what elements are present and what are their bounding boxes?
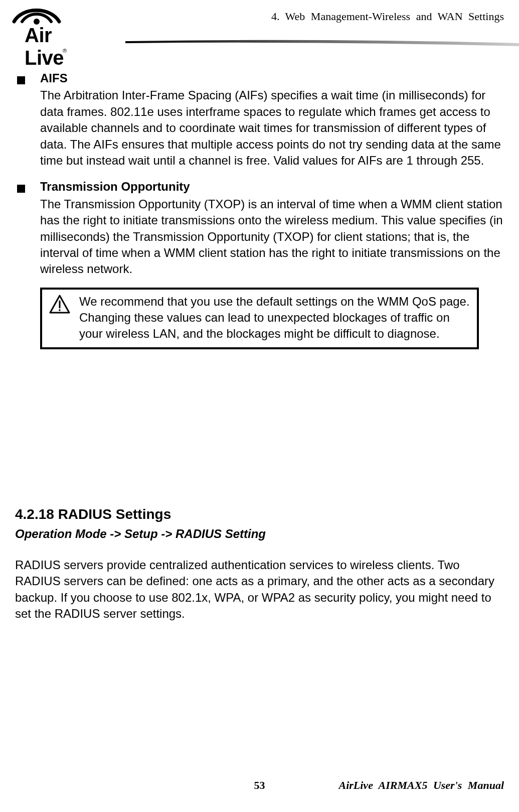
- warning-icon: [49, 294, 79, 342]
- page-number: 53: [254, 779, 265, 792]
- section-heading: 4.2.18 RADIUS Settings: [15, 505, 504, 524]
- warning-text: We recommend that you use the default se…: [79, 294, 470, 342]
- bullet-item-aifs: AIFS The Arbitration Inter-Frame Spacing…: [15, 70, 504, 169]
- chapter-title: 4. Web Management-Wireless and WAN Setti…: [271, 10, 504, 23]
- bullet-item-txop: Transmission Opportunity The Transmissio…: [15, 179, 504, 277]
- header-divider: [125, 39, 519, 49]
- page-content: AIFS The Arbitration Inter-Frame Spacing…: [0, 55, 519, 622]
- breadcrumb: Operation Mode -> Setup -> RADIUS Settin…: [15, 526, 504, 542]
- manual-title: AirLive AIRMAX5 User's Manual: [338, 779, 504, 792]
- bullet-marker-icon: [15, 179, 40, 277]
- bullet-marker-icon: [15, 70, 40, 169]
- bullet-title: AIFS: [40, 70, 504, 86]
- bullet-body-text: The Transmission Opportunity (TXOP) is a…: [40, 196, 504, 278]
- logo: Air Live®: [10, 3, 63, 28]
- bullet-body-text: The Arbitration Inter-Frame Spacing (AIF…: [40, 87, 504, 169]
- logo-text: Air Live®: [25, 24, 68, 69]
- section-paragraph: RADIUS servers provide centralized authe…: [15, 557, 504, 622]
- warning-note: We recommend that you use the default se…: [40, 288, 479, 349]
- bullet-title: Transmission Opportunity: [40, 179, 504, 195]
- page-header: Air Live® 4. Web Management-Wireless and…: [0, 0, 519, 55]
- page-footer: 53 AirLive AIRMAX5 User's Manual: [0, 779, 519, 792]
- svg-point-2: [59, 309, 61, 311]
